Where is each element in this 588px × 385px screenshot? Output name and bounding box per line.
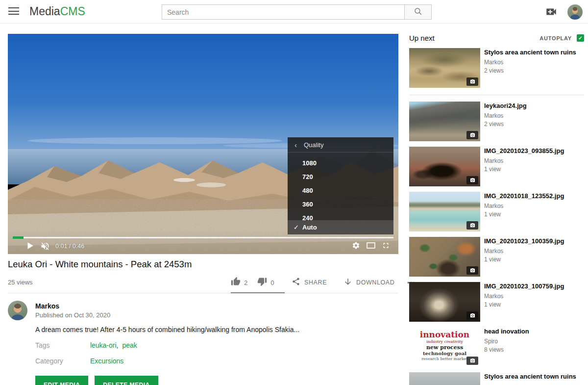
- delete-media-button[interactable]: DELETE MEDIA: [95, 376, 158, 385]
- thumbnail: [409, 102, 480, 141]
- settings-button[interactable]: [352, 241, 362, 251]
- dislike-button[interactable]: 0: [257, 277, 274, 288]
- sidebar-header: Up next AUTOPLAY ✓: [409, 34, 584, 48]
- up-next-title: Up next: [409, 34, 435, 42]
- quality-option-720[interactable]: 720: [288, 170, 393, 184]
- item-title: IMG_20201023_100359.jpg: [484, 237, 584, 245]
- play-button[interactable]: [25, 241, 35, 251]
- search-button[interactable]: [405, 4, 432, 20]
- fullscreen-button[interactable]: [382, 241, 392, 251]
- item-author: Markos: [484, 157, 584, 164]
- thumbnail-wordcloud: innovation industry creativity new proce…: [409, 327, 480, 367]
- item-title: IMG_20201023_100759.jpg: [484, 282, 584, 290]
- camera-icon: [470, 311, 475, 320]
- tags-label: Tags: [35, 341, 88, 349]
- camera-icon: [470, 131, 475, 140]
- time-separator: /: [69, 243, 71, 250]
- dislike-count: 0: [270, 279, 274, 286]
- time-display: 0:01 / 0:46: [55, 243, 84, 250]
- download-button[interactable]: DOWNLOAD: [343, 277, 398, 288]
- seek-bar-played: [13, 236, 24, 239]
- quality-option-auto[interactable]: ✓ Auto: [288, 220, 393, 234]
- download-icon: [343, 277, 352, 288]
- menu-icon[interactable]: [8, 7, 19, 16]
- tags-row: Tags leuka-ori,peak: [35, 341, 137, 349]
- up-next-item-7[interactable]: innovation industry creativity new proce…: [409, 327, 584, 367]
- logo[interactable]: MediaCMS: [29, 5, 85, 18]
- search-input[interactable]: [162, 4, 405, 20]
- camera-icon: [470, 176, 475, 185]
- check-icon: ✓: [294, 224, 302, 231]
- up-next-item-1[interactable]: Stylos area ancient town ruins Markos 2 …: [409, 48, 584, 88]
- logo-cms: CMS: [60, 5, 85, 18]
- photo-badge: [466, 77, 478, 86]
- player-controls: 0:01 / 0:46: [8, 239, 398, 254]
- camera-icon: [470, 77, 475, 86]
- author-name[interactable]: Markos: [35, 302, 59, 310]
- published-date: Published on Oct 30, 2020: [35, 311, 110, 319]
- volume-muted-icon: [40, 241, 50, 251]
- theater-mode-button[interactable]: [366, 241, 376, 251]
- seek-bar[interactable]: [13, 237, 393, 238]
- up-next-item-3[interactable]: IMG_20201023_093855.jpg Markos 1 view: [409, 147, 584, 186]
- up-next-sidebar: Up next AUTOPLAY ✓ Stylos area ancient t…: [409, 34, 584, 385]
- item-title: IMG_20201018_123552.jpg: [484, 192, 584, 200]
- user-avatar[interactable]: [567, 4, 583, 20]
- item-author: Spiro: [484, 338, 584, 345]
- item-views: 1 view: [484, 256, 584, 263]
- quality-menu: ‹ Quality 1080 720 480 360 240 ✓ Auto: [288, 137, 393, 234]
- up-next-item-2[interactable]: leykaori24.jpg Markos 2 views: [409, 102, 584, 141]
- tag-link-peak[interactable]: peak: [122, 341, 137, 349]
- photo-badge: [466, 221, 478, 230]
- quality-option-1080[interactable]: 1080: [288, 156, 393, 170]
- edit-media-button[interactable]: EDIT MEDIA: [35, 376, 88, 385]
- thumbnail: [409, 237, 480, 277]
- tag-separator: ,: [117, 341, 119, 349]
- item-views: 1 view: [484, 301, 584, 308]
- author-avatar[interactable]: [8, 301, 27, 320]
- mute-button[interactable]: [40, 241, 50, 251]
- autoplay-checkbox[interactable]: ✓: [577, 34, 584, 42]
- category-link[interactable]: Excursions: [90, 357, 123, 365]
- upload-media-button[interactable]: [545, 5, 559, 18]
- media-actions-bar: 2 0 SHARE DOWNLOAD •••: [231, 274, 416, 291]
- download-label: DOWNLOAD: [356, 279, 394, 286]
- item-title: head inovation: [484, 328, 584, 335]
- item-title: Stylos area ancient town ruins: [484, 373, 584, 381]
- up-next-item-4[interactable]: IMG_20201018_123552.jpg Markos 1 view: [409, 192, 584, 231]
- like-button[interactable]: 2: [231, 277, 247, 288]
- category-label: Category: [35, 357, 88, 365]
- share-icon: [292, 277, 300, 288]
- video-player[interactable]: ‹ Quality 1080 720 480 360 240 ✓ Auto: [8, 34, 398, 254]
- share-button[interactable]: SHARE: [292, 277, 333, 288]
- item-title: Stylos area ancient town ruins: [484, 49, 584, 56]
- mediacms-page: MediaCMS: [0, 0, 588, 385]
- category-row: Category Excursions: [35, 357, 123, 365]
- quality-option-360[interactable]: 360: [288, 198, 393, 211]
- likes-active-underline: [231, 292, 285, 293]
- up-next-item-8[interactable]: Stylos area ancient town ruins: [409, 372, 584, 385]
- back-chevron-icon: ‹: [294, 141, 297, 149]
- time-duration: 0:46: [73, 243, 84, 250]
- share-label: SHARE: [304, 279, 327, 286]
- thumb-up-icon: [231, 277, 241, 288]
- item-author: Markos: [484, 293, 584, 300]
- photo-badge: [466, 311, 478, 320]
- top-bar: MediaCMS: [0, 0, 588, 24]
- tag-link-leuka-ori[interactable]: leuka-ori: [90, 341, 117, 349]
- search-icon: [414, 7, 423, 18]
- autoplay-control: AUTOPLAY ✓: [539, 34, 584, 42]
- autoplay-label: AUTOPLAY: [539, 35, 572, 41]
- quality-menu-header[interactable]: ‹ Quality: [288, 137, 393, 153]
- photo-badge: [466, 266, 478, 275]
- up-next-item-5[interactable]: IMG_20201023_100359.jpg Markos 1 view: [409, 237, 584, 277]
- theater-mode-icon: [366, 241, 376, 250]
- photo-badge: [466, 176, 478, 184]
- up-next-item-6[interactable]: IMG_20201023_100759.jpg Markos 1 view: [409, 282, 584, 322]
- item-author: Markos: [484, 248, 584, 255]
- quality-option-480[interactable]: 480: [288, 184, 393, 198]
- content-divider: [8, 293, 398, 293]
- gear-icon: [352, 241, 362, 250]
- item-author: Markos: [484, 112, 584, 119]
- item-author: Markos: [484, 59, 584, 66]
